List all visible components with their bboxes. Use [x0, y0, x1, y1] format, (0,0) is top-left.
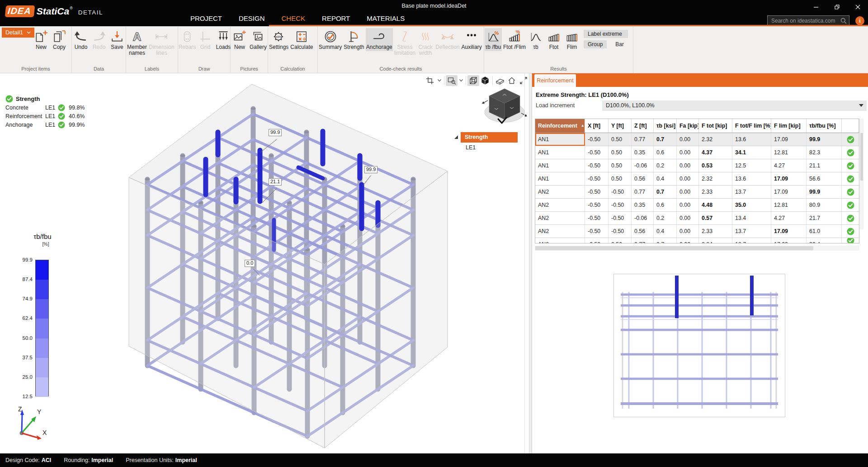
table-cell[interactable]: AN1 — [535, 133, 585, 146]
table-cell[interactable]: 34.1 — [732, 146, 771, 159]
table-cell[interactable]: 2.32 — [699, 172, 732, 185]
table-cell[interactable]: -0.06 — [632, 212, 654, 224]
menu-design[interactable]: DESIGN — [239, 13, 265, 25]
table-cell[interactable]: 0.2 — [654, 159, 677, 172]
anchorage-check-button[interactable]: Anchorage — [366, 28, 393, 51]
table-cell[interactable]: 0.00 — [677, 186, 699, 198]
table-cell[interactable]: -0.50 — [585, 186, 609, 198]
table-cell[interactable]: 0.00 — [677, 172, 699, 185]
table-cell[interactable]: 17.09 — [771, 172, 807, 185]
table-cell[interactable]: -0.50 — [609, 186, 632, 198]
search-input[interactable] — [768, 16, 839, 25]
table-row[interactable]: AN2-0.50-0.500.770.70.002.3313.717.0999.… — [535, 186, 859, 199]
table-cell[interactable]: -0.50 — [609, 199, 632, 211]
navigation-cube[interactable] — [481, 86, 528, 128]
table-cell[interactable]: 0.56 — [632, 172, 654, 185]
copy-button[interactable]: Copy — [51, 28, 68, 51]
undo-button[interactable]: Undo — [72, 28, 90, 51]
column-header[interactable]: F lim [kip] — [771, 119, 807, 133]
menu-check[interactable]: CHECK — [282, 13, 306, 25]
minimize-button[interactable] — [806, 0, 826, 14]
table-row[interactable]: AN1-0.500.500.770.70.002.3213.617.0999.9 — [535, 133, 859, 146]
gallery-button[interactable]: Gallery — [249, 28, 267, 51]
restore-button[interactable] — [826, 0, 847, 14]
bar-toggle[interactable]: Bar — [611, 40, 628, 48]
table-cell[interactable]: 0.4 — [654, 172, 677, 185]
solid-view-button[interactable] — [479, 75, 491, 86]
column-header[interactable]: τb/fbu [%] — [807, 119, 842, 133]
menu-project[interactable]: PROJECT — [190, 13, 222, 25]
table-row[interactable]: AN1-0.500.50-0.060.20.000.5312.54.2721.1 — [535, 159, 859, 172]
table-cell[interactable]: 0.00 — [677, 238, 699, 243]
load-increment-select[interactable]: D100.0%, L100.0% — [602, 100, 867, 111]
table-cell[interactable]: 13.6 — [732, 172, 771, 185]
table-row[interactable]: AN1-0.500.500.560.40.002.3213.617.0956.6 — [535, 172, 859, 186]
table-cell[interactable]: 4.27 — [771, 159, 807, 172]
table-row[interactable]: AN3-0.500.500.770.70.002.3413.717.0999.4 — [535, 238, 859, 243]
table-cell[interactable]: 12.81 — [771, 146, 807, 159]
table-cell[interactable]: 0.53 — [699, 159, 732, 172]
table-cell[interactable]: AN3 — [535, 238, 585, 243]
table-cell[interactable]: 61.0 — [807, 225, 842, 238]
table-cell[interactable]: 0.7 — [654, 133, 677, 146]
table-row[interactable]: AN1-0.500.500.350.60.004.3734.112.8182.3 — [535, 146, 859, 159]
table-vertical-scrollbar[interactable] — [860, 119, 863, 229]
column-header[interactable]: τb [ksi] — [654, 119, 677, 133]
table-cell[interactable]: 17.09 — [771, 225, 807, 238]
calculate-button[interactable]: Calculate — [290, 28, 313, 51]
table-cell[interactable]: 0.6 — [654, 199, 677, 211]
picture-new-button[interactable]: New — [231, 28, 248, 51]
table-row[interactable]: AN2-0.50-0.50-0.060.20.000.5713.44.2721.… — [535, 212, 859, 225]
summary-check-button[interactable]: Summary — [318, 28, 342, 51]
auxiliary-button[interactable]: Auxiliary — [461, 28, 482, 51]
table-cell[interactable]: -0.50 — [585, 172, 609, 185]
table-cell[interactable]: 13.7 — [732, 238, 771, 243]
table-cell[interactable]: 99.4 — [807, 238, 842, 243]
table-cell[interactable]: 0.00 — [677, 199, 699, 211]
result-tb-button[interactable]: τb — [527, 28, 544, 51]
scrollbar-thumb[interactable] — [535, 246, 813, 250]
table-row[interactable]: AN2-0.50-0.500.560.40.002.3313.717.0961.… — [535, 225, 859, 238]
table-cell[interactable]: 0.00 — [677, 146, 699, 159]
table-cell[interactable]: 0.50 — [609, 133, 632, 146]
clip-plane-button[interactable] — [494, 75, 506, 86]
table-cell[interactable]: AN1 — [535, 159, 585, 172]
settings-button[interactable]: </> Settings — [269, 28, 289, 51]
detail-selector[interactable]: Detail1 — [2, 28, 34, 38]
column-header[interactable]: X [ft] — [585, 119, 609, 133]
table-cell[interactable]: 0.00 — [677, 133, 699, 146]
column-header[interactable]: Fa [kip] — [677, 119, 699, 133]
table-cell[interactable]: 4.37 — [699, 146, 732, 159]
table-cell[interactable]: -0.50 — [585, 133, 609, 146]
table-cell[interactable]: -0.50 — [585, 212, 609, 224]
table-cell[interactable]: 2.32 — [699, 133, 732, 146]
result-flim-button[interactable]: Flim — [563, 28, 580, 51]
column-header[interactable]: F tot/F lim [%] — [732, 119, 771, 133]
table-cell[interactable]: 0.50 — [609, 159, 632, 172]
tree-expand-icon[interactable] — [454, 135, 458, 139]
table-cell[interactable]: 0.6 — [654, 146, 677, 159]
column-header[interactable]: Y [ft] — [609, 119, 632, 133]
3d-scene[interactable] — [0, 73, 529, 453]
table-cell[interactable]: 0.77 — [632, 133, 654, 146]
zoom-options-chevron[interactable] — [458, 75, 464, 86]
menu-report[interactable]: REPORT — [322, 13, 350, 25]
table-cell[interactable]: 13.4 — [732, 212, 771, 224]
table-cell[interactable]: 56.6 — [807, 172, 842, 185]
table-cell[interactable]: 0.35 — [632, 146, 654, 159]
table-cell[interactable]: 0.7 — [654, 186, 677, 198]
table-cell[interactable]: 0.4 — [654, 225, 677, 238]
result-ftot-button[interactable]: Ftot — [545, 28, 562, 51]
table-cell[interactable]: -0.50 — [585, 199, 609, 211]
tab-reinforcement[interactable]: Reinforcement — [534, 74, 576, 87]
table-cell[interactable]: 82.3 — [807, 146, 842, 159]
column-header[interactable]: Reinforcement▲ — [535, 119, 585, 133]
close-button[interactable] — [847, 0, 868, 14]
table-cell[interactable]: -0.50 — [585, 146, 609, 159]
table-cell[interactable]: -0.06 — [632, 159, 654, 172]
crop-view-button[interactable] — [424, 75, 436, 86]
result-tb-fbu-button[interactable]: % τb /fbu — [485, 28, 502, 51]
wireframe-view-button[interactable] — [467, 75, 479, 86]
table-cell[interactable]: 21.7 — [807, 212, 842, 224]
3d-viewport[interactable]: Strength Concrete LE1 99.8% Reinforcemen… — [0, 73, 529, 453]
